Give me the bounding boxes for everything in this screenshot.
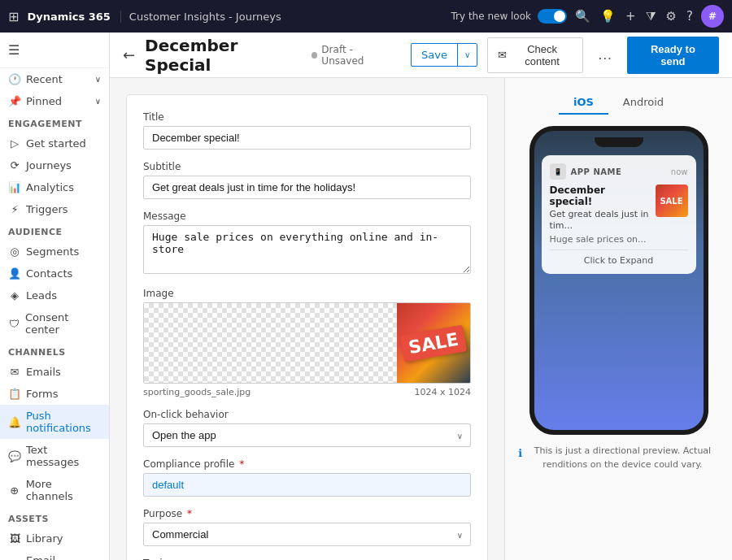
sidebar-analytics-label: Analytics [26,181,74,193]
grid-icon[interactable]: ⊞ [8,9,19,24]
sidebar-item-library[interactable]: 🖼 Library [0,527,109,549]
onclick-select-wrap: Open the app Open a URL Do nothing ∨ [143,423,471,447]
sidebar-item-emails[interactable]: ✉ Emails [0,361,109,383]
save-chevron[interactable]: ∨ [458,46,477,64]
title-input[interactable] [143,126,471,150]
plus-icon[interactable]: + [625,9,636,24]
notif-message: Huge sale prices on... [550,234,651,245]
sidebar-item-recent[interactable]: 🕐 Recent ∨ [0,68,109,90]
sidebar-item-analytics[interactable]: 📊 Analytics [0,176,109,198]
sidebar-item-pinned[interactable]: 📌 Pinned ∨ [0,90,109,112]
sidebar-item-get-started[interactable]: ▷ Get started [0,132,109,154]
page-toolbar: ← December Special Draft - Unsaved Save … [110,33,732,78]
notif-header: 📱 APP NAME now [550,163,688,180]
search-icon[interactable]: 🔍 [575,9,590,24]
image-meta: sporting_goods_sale.jpg 1024 x 1024 [143,387,471,397]
sidebar-leads-label: Leads [26,289,57,302]
preview-tabs: iOS Android [559,91,678,115]
sidebar-item-triggers[interactable]: ⚡ Triggers [0,198,109,220]
save-button[interactable]: Save ∨ [411,43,477,67]
sidebar-item-forms[interactable]: 📋 Forms [0,383,109,405]
image-filename: sporting_goods_sale.jpg [143,387,251,397]
settings-icon[interactable]: ⚙ [666,9,677,24]
tab-android[interactable]: Android [608,91,678,115]
check-content-label: Check content [512,43,572,67]
back-button[interactable]: ← [123,46,135,63]
subtitle-group: Subtitle [143,161,471,199]
library-icon: 🖼 [8,532,21,545]
phone-mockup: 📱 APP NAME now December special! Get gre… [529,126,708,435]
sidebar-consent-label: Consent center [25,311,101,336]
purpose-select-wrap: Commercial Transactional ∨ [143,523,471,546]
text-messages-icon: 💬 [8,450,21,462]
preview-info: ℹ This is just a directional preview. Ac… [518,445,719,471]
sidebar-hamburger[interactable]: ☰ [8,39,101,61]
compliance-input[interactable] [143,473,471,497]
sidebar-item-journeys[interactable]: ⟳ Journeys [0,154,109,176]
try-new-look-section: Try the new look [451,9,567,24]
avatar[interactable]: # [701,5,724,28]
title-group: Title [143,111,471,150]
image-preview: SALE [397,303,470,383]
notif-expand: Click to Expand [550,250,688,266]
app-name: Customer Insights - Journeys [120,11,281,23]
pinned-chevron: ∨ [95,97,101,106]
phone-notch [595,137,643,147]
sidebar-item-text-messages[interactable]: 💬 Text messages [0,439,109,473]
assets-heading: Assets [0,507,109,527]
form-pane: Title Subtitle Message Huge sale prices … [110,78,504,560]
sale-image: SALE [397,303,470,383]
sidebar-library-label: Library [26,532,63,545]
sidebar: ☰ 🕐 Recent ∨ 📌 Pinned ∨ Engagement ▷ Get… [0,33,110,560]
sidebar-pinned-label: Pinned [26,95,62,107]
compliance-group: Compliance profile * [143,458,471,497]
check-content-button[interactable]: ✉ Check content [487,37,582,73]
notif-app-name: APP NAME [571,167,622,176]
subtitle-input[interactable] [143,176,471,199]
purpose-required: * [184,508,192,519]
recent-icon: 🕐 [8,73,21,85]
message-label: Message [143,211,471,222]
channels-heading: Channels [0,341,109,361]
sidebar-item-email-templates[interactable]: 📄 Email Templates [0,549,109,560]
ready-to-send-button[interactable]: Ready to send [627,37,719,74]
forms-icon: 📋 [8,388,21,400]
notif-time: now [671,167,688,176]
topbar: ⊞ Dynamics 365 Customer Insights - Journ… [0,0,732,33]
status-dot [312,52,317,59]
sidebar-item-segments[interactable]: ◎ Segments [0,241,109,263]
sidebar-emails-label: Emails [26,366,61,378]
notif-app-icon: 📱 [550,163,566,180]
image-dimensions: 1024 x 1024 [415,387,472,397]
tab-ios[interactable]: iOS [559,91,608,115]
engagement-heading: Engagement [0,112,109,132]
sidebar-item-contacts[interactable]: 👤 Contacts [0,263,109,284]
sidebar-item-leads[interactable]: ◈ Leads [0,284,109,306]
sidebar-item-consent[interactable]: 🛡 Consent center [0,306,109,341]
sidebar-forms-label: Forms [26,388,59,400]
filter-icon[interactable]: ⧩ [646,9,656,24]
pinned-icon: 📌 [8,95,21,107]
try-new-look-toggle[interactable] [538,9,567,24]
help-icon[interactable]: ? [686,9,693,24]
image-label: Image [143,288,471,299]
sidebar-item-more-channels[interactable]: ⊕ More channels [0,473,109,507]
sidebar-contacts-label: Contacts [26,267,72,280]
sidebar-item-push-notifications[interactable]: 🔔 Push notifications [0,405,109,439]
more-button[interactable]: … [593,43,617,67]
image-upload-area[interactable]: SALE [143,302,471,384]
purpose-select[interactable]: Commercial Transactional [143,523,471,546]
triggers-icon: ⚡ [8,203,21,215]
message-textarea[interactable]: Huge sale prices on everything online an… [143,225,471,274]
leads-icon: ◈ [8,289,21,302]
journeys-icon: ⟳ [8,159,21,171]
bulb-icon[interactable]: 💡 [600,9,616,24]
subtitle-label: Subtitle [143,161,471,172]
onclick-select[interactable]: Open the app Open a URL Do nothing [143,423,471,447]
sidebar-triggers-label: Triggers [26,203,68,215]
check-icon: ✉ [498,49,507,61]
segments-icon: ◎ [8,245,21,258]
compliance-required: * [236,458,244,470]
sale-badge: SALE [400,324,467,362]
info-icon: ℹ [518,445,522,462]
